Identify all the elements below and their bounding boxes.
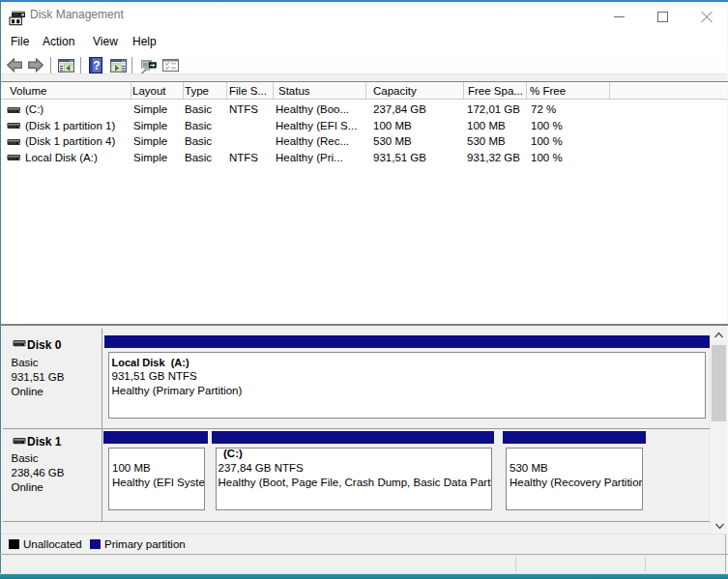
svg-text:?: ? — [93, 59, 100, 72]
